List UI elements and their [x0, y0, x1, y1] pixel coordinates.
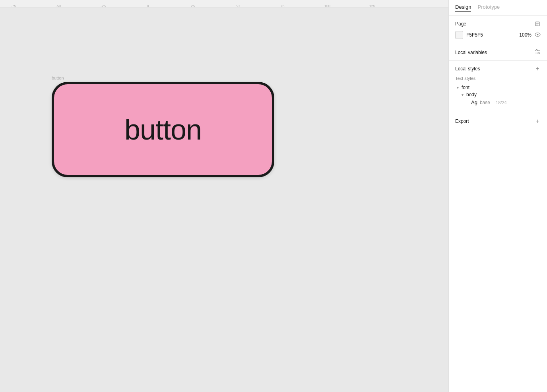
button-frame[interactable]: button	[52, 82, 274, 177]
text-styles-group: Text styles ▾ font ▾ body	[455, 76, 541, 107]
add-local-style-icon[interactable]: +	[534, 66, 541, 72]
ruler-horizontal: -75 -50 -25 0 25 50 75 100 125	[0, 0, 448, 8]
body-style-group: ▾ body Ag base · 18/24	[455, 91, 541, 107]
ruler-tick-50: 50	[236, 4, 240, 8]
button-frame-text: button	[124, 113, 202, 146]
base-style-name: base	[480, 100, 490, 105]
tab-prototype[interactable]: Prototype	[477, 4, 500, 12]
canvas-area[interactable]: -75 -50 -25 0 25 50 75 100 125 button bu…	[0, 0, 448, 392]
svg-rect-3	[536, 25, 538, 25]
ruler-tick-25: 25	[191, 4, 195, 8]
base-style-item[interactable]: Ag base · 18/24	[460, 98, 541, 107]
svg-point-7	[536, 50, 537, 51]
svg-rect-1	[536, 23, 539, 23]
ruler-tick-125: 125	[369, 4, 375, 8]
panel-tabs: Design Prototype	[449, 0, 547, 16]
ruler-tick-neg25: -25	[101, 4, 106, 8]
ruler-tick-0: 0	[147, 4, 149, 8]
local-variables-header: Local variables	[455, 49, 541, 56]
base-style-preview: Ag	[471, 99, 477, 105]
app-container: -75 -50 -25 0 25 50 75 100 125 button bu…	[0, 0, 547, 392]
right-panel: Design Prototype Page	[448, 0, 547, 392]
export-section: Export +	[449, 113, 547, 129]
svg-point-5	[537, 34, 539, 35]
page-section: Page F5F5F5 100%	[449, 16, 547, 44]
base-style-details: · 18/24	[493, 100, 507, 105]
local-variables-section: Local variables	[449, 44, 547, 61]
ruler-tick-75: 75	[281, 4, 285, 8]
export-title: Export	[455, 118, 469, 124]
font-chevron-icon[interactable]: ▾	[455, 85, 460, 90]
ruler-tick-neg75: -75	[11, 4, 16, 8]
font-group-name: font	[462, 85, 469, 90]
page-color-value[interactable]: F5F5F5	[466, 32, 516, 38]
add-export-icon[interactable]: +	[534, 118, 541, 124]
body-group-row[interactable]: ▾ body	[460, 91, 541, 98]
sliders-icon[interactable]	[535, 49, 541, 56]
ruler-tick-neg50: -50	[56, 4, 61, 8]
body-chevron-icon[interactable]: ▾	[460, 92, 465, 97]
local-styles-section: Local styles + Text styles ▾ font ▾	[449, 61, 547, 113]
page-section-title: Page	[455, 21, 466, 27]
local-styles-title: Local styles	[455, 66, 480, 72]
canvas-content: button button	[0, 8, 448, 392]
page-icons	[534, 21, 541, 27]
page-layers-icon[interactable]	[534, 21, 541, 27]
page-color-row: F5F5F5 100%	[455, 31, 541, 39]
svg-point-9	[538, 52, 539, 54]
svg-rect-2	[536, 24, 539, 25]
local-styles-header: Local styles +	[455, 66, 541, 72]
tab-design[interactable]: Design	[455, 4, 471, 12]
font-group-row[interactable]: ▾ font	[455, 84, 541, 91]
ruler-tick-100: 100	[324, 4, 330, 8]
page-header: Page	[455, 21, 541, 27]
frame-label: button	[52, 76, 274, 80]
local-variables-title: Local variables	[455, 50, 487, 55]
ruler-tick-container: -75 -50 -25 0 25 50 75 100 125	[0, 0, 448, 8]
text-styles-subtitle: Text styles	[455, 76, 541, 81]
button-frame-container[interactable]: button button	[52, 76, 274, 177]
export-header: Export +	[455, 118, 541, 124]
font-style-group: ▾ font ▾ body Ag base · 18/24	[455, 84, 541, 107]
body-group-name: body	[466, 92, 477, 97]
page-zoom-value[interactable]: 100%	[519, 32, 531, 38]
page-color-swatch[interactable]	[455, 31, 463, 39]
visibility-icon[interactable]	[535, 32, 541, 38]
